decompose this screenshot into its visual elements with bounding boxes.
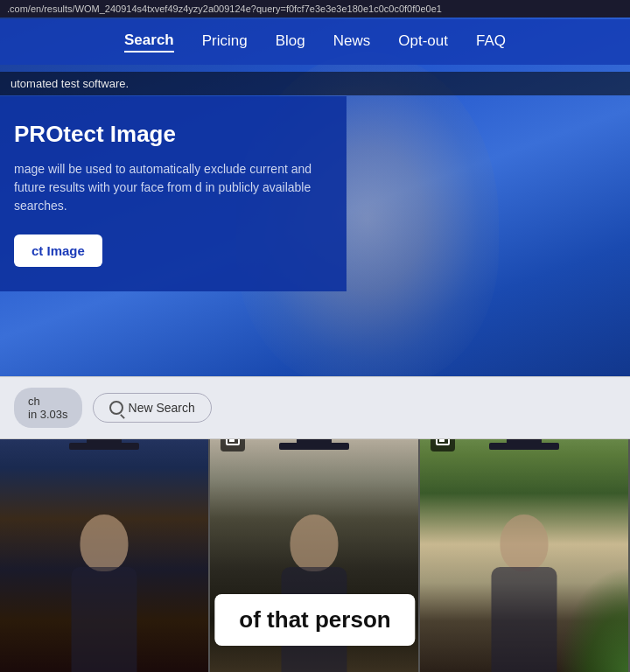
protect-image-button[interactable]: ct Image (14, 234, 102, 267)
person-head-1 (80, 514, 129, 571)
nav-item-blog[interactable]: Blog (276, 32, 305, 52)
search-result-time: in 3.03s (28, 408, 68, 421)
protect-title-prefix: PR (14, 121, 46, 147)
new-search-label: New Search (129, 401, 195, 415)
search-results-bar: ch in 3.03s New Search (0, 376, 630, 439)
person-silhouette-2 (262, 497, 367, 672)
nav-item-news[interactable]: News (333, 32, 371, 52)
navigation-bar: Search Pricing Blog News Opt-out FAQ (0, 19, 630, 65)
photo-grid: of that person (0, 416, 630, 672)
foliage-decoration (558, 567, 628, 672)
grad-hat-decoration-1 (69, 443, 139, 450)
protect-section: PROtect Image mage will be used to autom… (0, 96, 346, 291)
person-body-1 (72, 567, 137, 672)
person-silhouette-1 (52, 497, 157, 672)
protect-title-main: Otect Image (46, 121, 176, 147)
caption-box: of that person (214, 594, 415, 646)
grad-hat-decoration-3 (489, 443, 559, 450)
new-search-button[interactable]: New Search (93, 393, 212, 423)
search-result-info: ch in 3.03s (14, 388, 82, 428)
person-head-3 (500, 514, 549, 571)
url-bar: .com/en/results/WOM_240914s4txvef49z4yzy… (0, 0, 630, 18)
nav-item-faq[interactable]: FAQ (476, 32, 506, 52)
caption-text: of that person (239, 606, 390, 633)
grad-hat-decoration-2 (279, 443, 349, 450)
info-bar: utomated test software. (0, 72, 630, 95)
nav-item-optout[interactable]: Opt-out (398, 32, 448, 52)
photo-cell-3[interactable] (420, 416, 630, 672)
search-icon (109, 401, 123, 415)
protect-title: PROtect Image (14, 121, 326, 148)
photo-cell-1[interactable] (0, 416, 210, 672)
person-head-2 (290, 514, 339, 571)
protect-description: mage will be used to automatically exclu… (14, 160, 326, 215)
person-body-3 (492, 567, 557, 672)
nav-item-search[interactable]: Search (124, 32, 174, 52)
search-result-label: ch (28, 395, 40, 408)
nav-item-pricing[interactable]: Pricing (202, 32, 248, 52)
